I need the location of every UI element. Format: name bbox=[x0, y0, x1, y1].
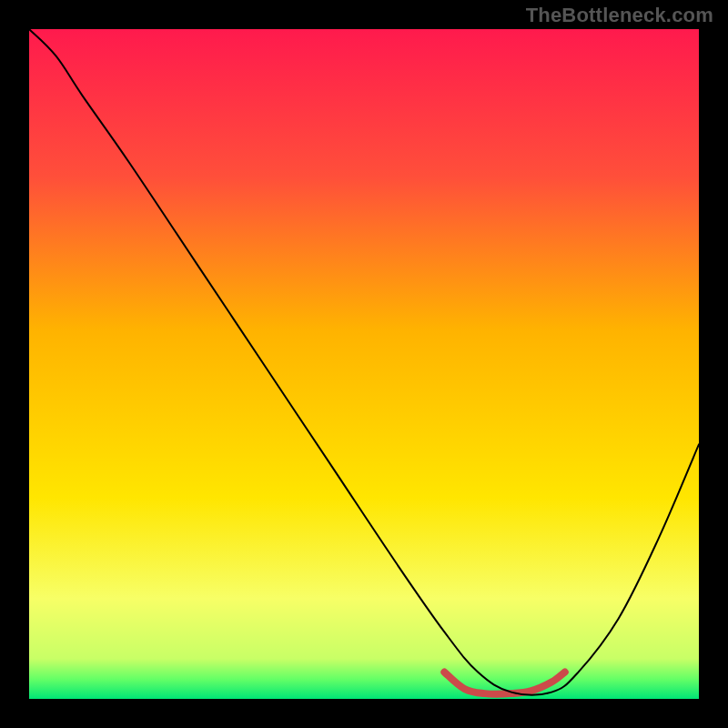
gradient-background bbox=[29, 29, 699, 699]
watermark-text: TheBottleneck.com bbox=[526, 4, 713, 27]
chart-svg bbox=[29, 29, 699, 699]
plot-area bbox=[29, 29, 699, 699]
chart-frame: TheBottleneck.com bbox=[0, 0, 728, 728]
